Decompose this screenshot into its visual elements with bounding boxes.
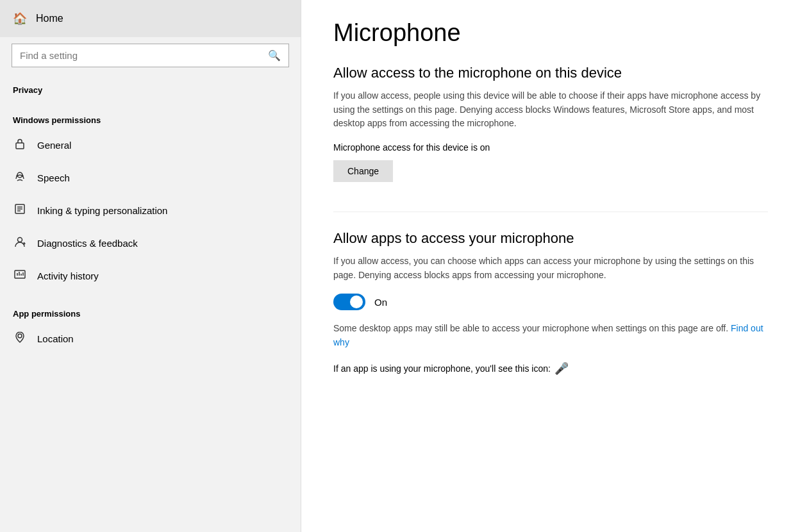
svg-point-6 xyxy=(18,238,22,242)
sidebar-item-inking-label: Inking & typing personalization xyxy=(37,205,167,216)
section1-desc: If you allow access, people using this d… xyxy=(333,89,768,131)
sidebar-home-label: Home xyxy=(36,13,63,24)
icon-note-row: If an app is using your microphone, you'… xyxy=(333,362,768,376)
sidebar-item-activity[interactable]: Activity history xyxy=(0,260,301,292)
sidebar: 🏠 Home 🔍 Privacy Windows permissions Gen… xyxy=(0,0,301,532)
diagnostics-icon xyxy=(13,236,27,251)
sidebar-home[interactable]: 🏠 Home xyxy=(0,0,301,37)
search-input[interactable] xyxy=(20,50,263,61)
sidebar-item-location[interactable]: Location xyxy=(0,322,301,355)
svg-point-13 xyxy=(18,334,22,338)
device-access-label: Microphone access for this device is on xyxy=(333,142,768,153)
lock-icon xyxy=(13,138,27,153)
section2-desc: If you allow access, you can choose whic… xyxy=(333,254,768,282)
main-content: Microphone Allow access to the microphon… xyxy=(301,0,800,532)
section1-title: Allow access to the microphone on this d… xyxy=(333,65,768,81)
note-text: Some desktop apps may still be able to a… xyxy=(333,322,768,349)
icon-note-text: If an app is using your microphone, you'… xyxy=(333,363,551,374)
microphone-apps-toggle[interactable] xyxy=(333,294,365,310)
toggle-label: On xyxy=(374,297,387,308)
microphone-icon: 🎤 xyxy=(554,362,569,376)
speech-icon xyxy=(13,170,27,185)
app-permissions-label: App permissions xyxy=(0,303,301,322)
section2-title: Allow apps to access your microphone xyxy=(333,230,768,247)
change-button[interactable]: Change xyxy=(333,160,393,182)
sidebar-item-general[interactable]: General xyxy=(0,129,301,162)
sidebar-item-diagnostics[interactable]: Diagnostics & feedback xyxy=(0,227,301,260)
search-icon: 🔍 xyxy=(268,49,281,62)
sidebar-item-speech-label: Speech xyxy=(37,172,70,183)
sidebar-item-diagnostics-label: Diagnostics & feedback xyxy=(37,238,138,249)
page-title: Microphone xyxy=(333,19,768,47)
windows-permissions-label: Windows permissions xyxy=(0,109,301,129)
toggle-knob xyxy=(350,295,363,308)
search-container: 🔍 xyxy=(0,37,301,79)
search-box: 🔍 xyxy=(12,44,289,67)
toggle-row: On xyxy=(333,294,768,310)
sidebar-item-inking[interactable]: Inking & typing personalization xyxy=(0,194,301,227)
sidebar-item-location-label: Location xyxy=(37,333,74,344)
location-icon xyxy=(13,331,27,346)
section-divider xyxy=(333,212,768,212)
sidebar-item-general-label: General xyxy=(37,140,71,151)
home-icon: 🏠 xyxy=(13,12,27,26)
svg-rect-0 xyxy=(16,143,24,149)
privacy-label: Privacy xyxy=(0,79,301,99)
sidebar-item-activity-label: Activity history xyxy=(37,270,99,281)
activity-icon xyxy=(13,269,27,283)
note-text-part1: Some desktop apps may still be able to a… xyxy=(333,323,728,333)
sidebar-item-speech[interactable]: Speech xyxy=(0,162,301,194)
inking-icon xyxy=(13,203,27,218)
